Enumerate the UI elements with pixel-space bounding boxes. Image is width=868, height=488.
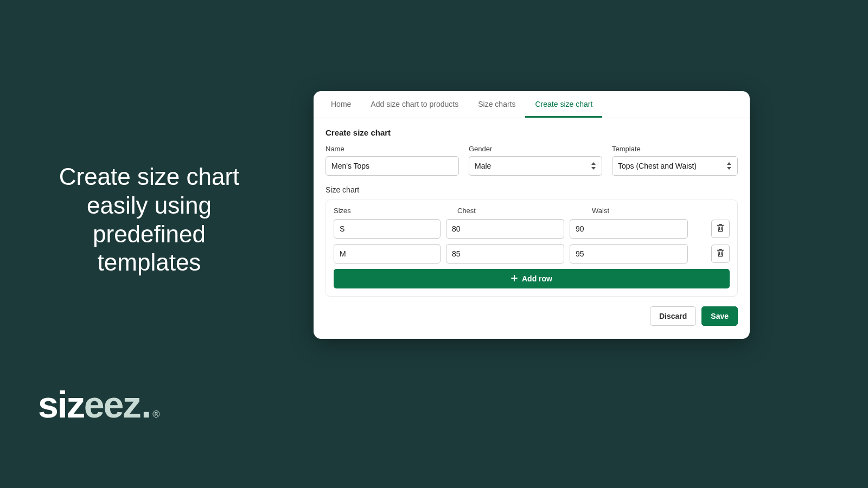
plus-icon xyxy=(511,274,518,283)
logo-period: . xyxy=(141,384,150,425)
trash-icon xyxy=(717,248,724,259)
template-value: Tops (Chest and Waist) xyxy=(618,162,697,170)
name-label: Name xyxy=(326,145,459,153)
table-row xyxy=(334,219,730,239)
header-sizes: Sizes xyxy=(334,207,457,215)
tab-size-charts[interactable]: Size charts xyxy=(468,91,525,118)
grid-title: Size chart xyxy=(326,185,738,194)
template-label: Template xyxy=(612,145,738,153)
form-row: Name Gender Male Template Tops (Chest an… xyxy=(326,145,738,176)
header-waist: Waist xyxy=(592,207,716,215)
hero-text: Create size chart easily using predefine… xyxy=(46,163,252,277)
logo-registered: ® xyxy=(152,409,158,420)
gender-label: Gender xyxy=(469,145,602,153)
hero-line: easily using xyxy=(46,191,252,220)
hero-line: templates xyxy=(46,248,252,277)
brand-logo: sizeez.® xyxy=(38,383,159,426)
select-sort-icon xyxy=(726,162,732,170)
save-button[interactable]: Save xyxy=(701,306,738,326)
size-input[interactable] xyxy=(334,244,441,264)
section-title: Create size chart xyxy=(326,128,738,137)
chest-input[interactable] xyxy=(446,219,564,239)
delete-row-button[interactable] xyxy=(711,220,730,238)
discard-button[interactable]: Discard xyxy=(650,306,696,326)
tab-add-to-products[interactable]: Add size chart to products xyxy=(361,91,468,118)
chest-input[interactable] xyxy=(446,244,564,264)
name-input[interactable] xyxy=(326,156,459,176)
size-input[interactable] xyxy=(334,219,441,239)
waist-input[interactable] xyxy=(570,244,688,264)
template-select[interactable]: Tops (Chest and Waist) xyxy=(612,156,738,176)
logo-prefix: siz xyxy=(38,384,84,425)
delete-row-button[interactable] xyxy=(711,245,730,263)
content: Create size chart Name Gender Male Templ… xyxy=(314,118,750,297)
field-gender: Gender Male xyxy=(469,145,602,176)
size-chart-grid: Sizes Chest Waist xyxy=(326,200,738,297)
add-row-label: Add row xyxy=(522,274,552,283)
logo-suffix: eez xyxy=(84,384,141,425)
tab-create-size-chart[interactable]: Create size chart xyxy=(525,91,602,118)
waist-input[interactable] xyxy=(570,219,688,239)
trash-icon xyxy=(717,223,724,234)
field-name: Name xyxy=(326,145,459,176)
app-panel: Home Add size chart to products Size cha… xyxy=(314,91,750,339)
footer-actions: Discard Save xyxy=(314,297,750,326)
tab-home[interactable]: Home xyxy=(321,91,361,118)
grid-header: Sizes Chest Waist xyxy=(334,207,730,215)
tabs: Home Add size chart to products Size cha… xyxy=(314,91,750,118)
header-chest: Chest xyxy=(457,207,592,215)
field-template: Template Tops (Chest and Waist) xyxy=(612,145,738,176)
select-sort-icon xyxy=(591,162,596,170)
gender-select[interactable]: Male xyxy=(469,156,602,176)
hero-line: Create size chart xyxy=(46,163,252,191)
hero-line: predefined xyxy=(46,220,252,249)
add-row-button[interactable]: Add row xyxy=(334,269,730,288)
gender-value: Male xyxy=(475,162,491,170)
table-row xyxy=(334,244,730,264)
